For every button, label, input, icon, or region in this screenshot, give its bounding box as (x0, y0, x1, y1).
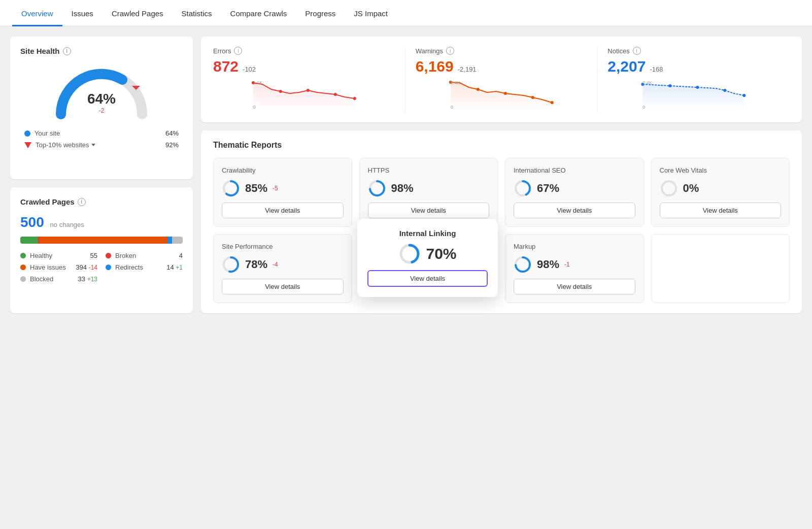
view-details-site-performance[interactable]: View details (222, 279, 344, 294)
svg-point-17 (696, 86, 699, 89)
legend-healthy: Healthy 55 (20, 252, 97, 259)
crawled-pages-info-icon[interactable]: i (78, 198, 86, 206)
legend-have-issues: Have issues 394 -14 (20, 263, 97, 271)
notices-value-row: 2,207 -168 (607, 58, 780, 75)
errors-info-icon[interactable]: i (234, 47, 242, 55)
site-health-card: Site Health i 64% -2 Your site (10, 37, 193, 179)
svg-point-9 (476, 88, 479, 91)
view-details-intl-seo[interactable]: View details (514, 203, 635, 218)
warnings-delta: -2,191 (458, 65, 477, 73)
site-health-info-icon[interactable]: i (63, 47, 71, 55)
site-perf-ring (222, 255, 240, 274)
svg-point-28 (662, 181, 676, 195)
warnings-label: Warnings i (416, 47, 587, 55)
errors-chart: 0 1.1K (213, 80, 395, 111)
warnings-chart: 0 8.4K (416, 80, 587, 111)
blocked-dot (20, 276, 26, 282)
crawled-progress-bar (20, 237, 183, 244)
svg-point-11 (531, 96, 534, 99)
site-health-gauge: 64% -2 (20, 63, 183, 119)
svg-point-2 (279, 90, 282, 93)
intl-seo-ring (514, 179, 532, 197)
view-details-https[interactable]: View details (368, 203, 490, 218)
gauge-delta: -2 (87, 107, 116, 114)
gauge-percent: 64% (87, 91, 116, 107)
have-issues-dot (20, 264, 26, 270)
thematic-site-performance: Site Performance 78% -4 View details (213, 234, 352, 303)
internal-linking-popup: Internal Linking 70% View details (357, 219, 498, 297)
your-site-dot (24, 130, 30, 137)
view-details-markup[interactable]: View details (514, 279, 635, 294)
metrics-card: Errors i 872 -102 (201, 37, 802, 122)
thematic-reports-card: Thematic Reports Crawlability 85% (201, 130, 802, 313)
thematic-grid-row1: Crawlability 85% -5 View details (213, 158, 790, 227)
notices-metric: Notices i 2,207 -168 (597, 47, 790, 112)
legend-redirects: Redirects 14 +1 (106, 263, 183, 271)
healthy-dot (20, 253, 26, 258)
legend-blocked: Blocked 33 +13 (20, 275, 97, 283)
warnings-value: 6,169 (416, 58, 454, 75)
svg-point-4 (334, 93, 337, 96)
progress-healthy (20, 237, 38, 244)
errors-value: 872 (213, 58, 239, 75)
chevron-down-icon (91, 144, 95, 146)
notices-chart: 0 2.4K (607, 80, 780, 111)
thematic-crawlability: Crawlability 85% -5 View details (213, 158, 352, 227)
top10-dropdown[interactable]: Top-10% websites (36, 141, 95, 149)
progress-have-issues (40, 237, 167, 244)
crawled-pages-card: Crawled Pages i 500 no changes Healthy 5… (10, 187, 193, 313)
nav-item-progress[interactable]: Progress (296, 0, 345, 26)
errors-label: Errors i (213, 47, 395, 55)
broken-dot (106, 253, 111, 258)
navigation: Overview Issues Crawled Pages Statistics… (0, 0, 812, 26)
crawled-no-changes: no changes (50, 221, 84, 228)
top10-triangle-icon (24, 142, 31, 148)
nav-item-compare-crawls[interactable]: Compare Crawls (221, 0, 296, 26)
view-details-cwv[interactable]: View details (660, 203, 782, 218)
svg-point-3 (307, 89, 310, 92)
notices-delta: -168 (650, 65, 663, 73)
site-health-title: Site Health i (20, 47, 183, 55)
progress-blocked (172, 237, 183, 244)
legend-broken: Broken 4 (106, 252, 183, 259)
nav-item-overview[interactable]: Overview (12, 0, 62, 26)
warnings-label-text: Warnings (416, 47, 443, 55)
your-site-value: 64% (165, 129, 179, 137)
svg-point-18 (724, 89, 727, 92)
nav-item-crawled-pages[interactable]: Crawled Pages (103, 0, 173, 26)
notices-value: 2,207 (607, 58, 646, 75)
cwv-ring (660, 179, 678, 197)
svg-text:8.4K: 8.4K (450, 80, 460, 85)
warnings-info-icon[interactable]: i (446, 47, 454, 55)
thematic-international-seo: International SEO 67% View details (505, 158, 644, 227)
your-site-label: Your site (35, 129, 60, 137)
svg-text:0: 0 (643, 105, 646, 110)
internal-linking-ring (398, 243, 421, 265)
thematic-reports-title: Thematic Reports (213, 141, 790, 150)
svg-text:0: 0 (450, 105, 453, 110)
view-details-internal-linking[interactable]: View details (367, 270, 488, 287)
nav-item-js-impact[interactable]: JS Impact (345, 0, 397, 26)
crawled-legend: Healthy 55 Broken 4 Have issues 394 -14 (20, 252, 183, 283)
svg-text:1.1K: 1.1K (253, 80, 263, 85)
redirects-dot (106, 264, 111, 270)
thematic-empty (651, 234, 790, 303)
notices-info-icon[interactable]: i (633, 47, 641, 55)
notices-label-text: Notices (607, 47, 629, 55)
gauge-text: 64% -2 (87, 91, 116, 114)
notices-label: Notices i (607, 47, 780, 55)
thematic-https: HTTPS 98% View details (359, 158, 498, 227)
crawled-pages-title: Crawled Pages i (20, 197, 183, 206)
crawled-count: 500 (20, 214, 44, 230)
legend-your-site: Your site 64% (24, 129, 179, 137)
svg-point-5 (353, 97, 356, 100)
view-details-crawlability[interactable]: View details (222, 203, 344, 218)
site-health-legend: Your site 64% Top-10% websites 92% (20, 129, 183, 149)
nav-item-issues[interactable]: Issues (62, 0, 103, 26)
nav-item-statistics[interactable]: Statistics (173, 0, 221, 26)
thematic-core-web-vitals: Core Web Vitals 0% View details (651, 158, 790, 227)
svg-point-19 (743, 94, 746, 97)
svg-text:2.4K: 2.4K (643, 80, 653, 85)
top10-label-text: Top-10% websites (36, 141, 89, 149)
errors-value-row: 872 -102 (213, 58, 395, 75)
